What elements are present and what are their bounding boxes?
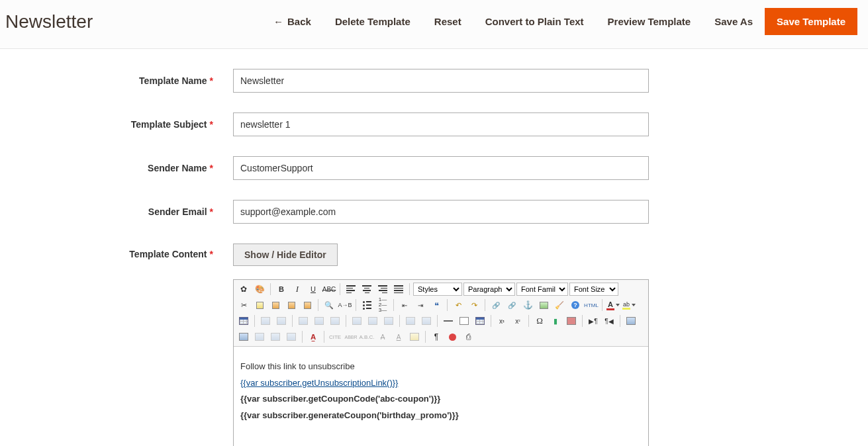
- indent-icon[interactable]: ⇥: [413, 298, 428, 312]
- visual-aid-icon[interactable]: [473, 314, 487, 328]
- sender-name-field[interactable]: [233, 156, 649, 180]
- toolbar-row-3: x₂ x² Ω ▮ ▶¶ ¶◀: [236, 313, 646, 329]
- text-color-icon[interactable]: A: [606, 298, 620, 312]
- unlink-icon[interactable]: 🔗: [505, 298, 519, 312]
- row-sender-name: Sender Name*: [0, 156, 868, 180]
- convert-plain-text-button[interactable]: Convert to Plain Text: [473, 9, 596, 34]
- redo-icon[interactable]: ↷: [467, 298, 481, 312]
- layer-back-icon[interactable]: [268, 330, 283, 343]
- superscript-icon[interactable]: x²: [510, 314, 525, 328]
- bullet-list-icon[interactable]: [360, 298, 374, 312]
- save-template-button[interactable]: Save Template: [765, 8, 857, 35]
- italic-icon[interactable]: I: [290, 283, 305, 296]
- bg-color-icon[interactable]: ab: [622, 298, 636, 312]
- align-right-icon[interactable]: [375, 283, 390, 296]
- row-props-icon[interactable]: [258, 314, 273, 328]
- align-left-icon[interactable]: [344, 283, 358, 296]
- image-icon[interactable]: [536, 298, 551, 312]
- toggle-editor-button[interactable]: Show / Hide Editor: [233, 244, 338, 266]
- styles-dropdown[interactable]: Styles: [413, 283, 462, 296]
- arrow-left-icon: ←: [273, 17, 283, 26]
- visualchars-icon[interactable]: ¶: [429, 330, 444, 343]
- template-subject-field[interactable]: [233, 112, 649, 136]
- delete-row-icon[interactable]: [328, 314, 342, 328]
- table-icon[interactable]: [236, 314, 251, 328]
- split-cells-icon[interactable]: [403, 314, 418, 328]
- layer-abs-icon[interactable]: [284, 330, 299, 343]
- separator: [409, 283, 410, 295]
- separator: [254, 315, 255, 327]
- paste-word-icon[interactable]: [300, 298, 314, 312]
- merge-cells-icon[interactable]: [419, 314, 434, 328]
- rtl-icon[interactable]: ¶◀: [602, 314, 616, 328]
- row-after-icon[interactable]: [312, 314, 326, 328]
- subscript-icon[interactable]: x₂: [495, 314, 509, 328]
- cut-icon[interactable]: ✂: [236, 298, 251, 312]
- paste-icon[interactable]: [268, 298, 283, 312]
- delete-template-button[interactable]: Delete Template: [323, 9, 422, 34]
- save-as-button[interactable]: Save As: [702, 9, 765, 34]
- abbr-icon[interactable]: ABBR: [344, 330, 358, 343]
- pagebreak-icon[interactable]: ⎙: [461, 330, 475, 343]
- reset-button[interactable]: Reset: [422, 9, 473, 34]
- special-char-icon[interactable]: Ω: [532, 314, 547, 328]
- fullscreen-icon[interactable]: [624, 314, 638, 328]
- row-template-name: Template Name*: [0, 69, 868, 93]
- separator: [485, 299, 485, 311]
- help-icon[interactable]: ?: [568, 298, 583, 312]
- nbsp-icon[interactable]: [445, 330, 459, 343]
- link-icon[interactable]: 🔗: [489, 298, 503, 312]
- editor-content-area[interactable]: Follow this link to unsubscribe {{var su…: [234, 347, 648, 446]
- row-before-icon[interactable]: [296, 314, 311, 328]
- label-sender-email: Sender Email*: [0, 206, 233, 217]
- outdent-icon[interactable]: ⇤: [397, 298, 412, 312]
- paste-text-icon[interactable]: [284, 298, 299, 312]
- cell-props-icon[interactable]: [274, 314, 289, 328]
- media-icon-2[interactable]: [564, 314, 579, 328]
- copy-icon[interactable]: [252, 298, 267, 312]
- paragraph-dropdown[interactable]: Paragraph: [463, 283, 515, 296]
- ins-icon[interactable]: A: [391, 330, 406, 343]
- find-icon[interactable]: 🔍: [322, 298, 336, 312]
- style-props-icon[interactable]: A̲: [306, 330, 320, 343]
- bold-icon[interactable]: B: [274, 283, 289, 296]
- cite-icon[interactable]: CITE: [328, 330, 342, 343]
- template-name-field[interactable]: [233, 69, 649, 93]
- font-size-dropdown[interactable]: Font Size: [569, 283, 618, 296]
- number-list-icon[interactable]: 1—2—3—: [375, 298, 390, 312]
- align-center-icon[interactable]: [360, 283, 374, 296]
- page-title: Newsletter: [5, 11, 93, 32]
- layer-forward-icon[interactable]: [252, 330, 267, 343]
- template-form: Template Name* Template Subject* Sender …: [0, 49, 868, 446]
- code-icon[interactable]: HTML: [584, 298, 599, 312]
- hr-icon[interactable]: [441, 314, 456, 328]
- sender-email-field[interactable]: [233, 200, 649, 224]
- delete-col-icon[interactable]: [381, 314, 396, 328]
- content-line-link[interactable]: {{var subscriber.getUnsubscriptionLink()…: [240, 375, 642, 392]
- variable-icon[interactable]: 🎨: [252, 283, 267, 296]
- replace-icon[interactable]: A→B: [338, 298, 352, 312]
- font-family-dropdown[interactable]: Font Family: [516, 283, 568, 296]
- cleanup-icon[interactable]: 🧹: [552, 298, 567, 312]
- remove-format-icon[interactable]: [457, 314, 471, 328]
- toolbar-row-1: ✿ 🎨 B I U ABC Styles Par: [236, 281, 646, 297]
- strikethrough-icon[interactable]: ABC: [322, 283, 336, 296]
- media-icon[interactable]: ▮: [548, 314, 563, 328]
- anchor-icon[interactable]: ⚓: [520, 298, 535, 312]
- del-icon[interactable]: A: [375, 330, 390, 343]
- col-after-icon[interactable]: [365, 314, 380, 328]
- underline-icon[interactable]: U: [306, 283, 320, 296]
- preview-template-button[interactable]: Preview Template: [596, 9, 703, 34]
- col-before-icon[interactable]: [350, 314, 364, 328]
- acronym-icon[interactable]: A.B.C.: [360, 330, 374, 343]
- ltr-icon[interactable]: ▶¶: [586, 314, 601, 328]
- widget-icon[interactable]: ✿: [236, 283, 251, 296]
- back-button[interactable]: ← Back: [262, 9, 323, 34]
- undo-icon[interactable]: ↶: [451, 298, 465, 312]
- align-justify-icon[interactable]: [391, 283, 406, 296]
- page-header: Newsletter ← Back Delete Template Reset …: [0, 0, 868, 49]
- blockquote-icon[interactable]: ❝: [429, 298, 444, 312]
- attribs-icon[interactable]: [407, 330, 422, 343]
- layer-icon[interactable]: [236, 330, 251, 343]
- required-marker: *: [210, 206, 213, 217]
